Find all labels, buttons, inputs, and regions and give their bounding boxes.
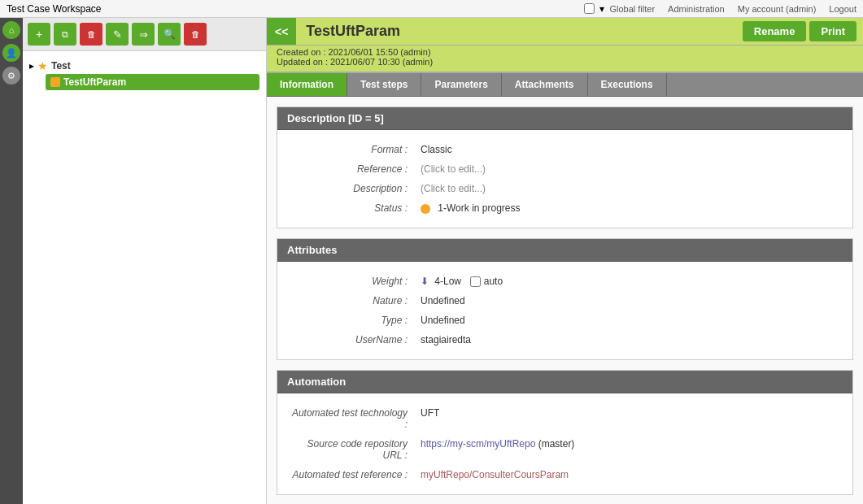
print-button[interactable]: Print	[809, 21, 856, 41]
updated-info: Updated on : 2021/06/07 10:30 (admin)	[277, 57, 853, 67]
nature-label: Nature :	[290, 295, 421, 306]
field-row-repo-url: Source code repository URL : https://my-…	[290, 434, 839, 465]
tree-folder-label: Test	[51, 60, 71, 72]
created-info: Created on : 2021/06/01 15:50 (admin)	[277, 47, 853, 57]
test-ref-label: Automated test reference :	[290, 469, 421, 480]
meta-info: Created on : 2021/06/01 15:50 (admin) Up…	[267, 46, 863, 73]
weight-text: 4-Low	[434, 276, 461, 287]
sidebar-icon-user[interactable]: 👤	[2, 44, 20, 62]
automation-section-header: Automation	[277, 371, 852, 393]
tree-search-button[interactable]: 🔍	[158, 23, 181, 46]
app-title: Test Case Workspace	[7, 3, 102, 15]
field-row-nature: Nature : Undefined	[290, 291, 839, 311]
weight-label: Weight :	[290, 276, 421, 287]
logout-link[interactable]: Logout	[829, 4, 856, 14]
tree-toolbar: + ⧉ 🗑 ✎ ⇒ 🔍 🗑	[23, 18, 266, 51]
tab-attachments[interactable]: Attachments	[502, 73, 588, 96]
topbar: Test Case Workspace ▾ Global filter Admi…	[0, 0, 863, 18]
tree-children: TestUftParam	[29, 74, 259, 90]
my-account-link[interactable]: My account (admin)	[738, 4, 817, 14]
auto-checkbox[interactable]	[470, 276, 481, 287]
sidebar-icon-settings[interactable]: ⚙	[2, 67, 20, 85]
tab-information[interactable]: Information	[267, 73, 347, 96]
tree-move-button[interactable]: ⇒	[132, 23, 155, 46]
field-row-reference: Reference : (Click to edit...)	[290, 159, 839, 179]
attributes-section: Attributes Weight : ⬇ 4-Low auto	[277, 238, 853, 360]
tree-add-button[interactable]: +	[28, 23, 50, 46]
star-icon: ★	[37, 59, 48, 72]
format-label: Format :	[290, 144, 421, 155]
created-value: 2021/06/01 15:50 (admin)	[329, 47, 431, 57]
description-section-header: Description [ID = 5]	[277, 107, 852, 130]
reference-label: Reference :	[290, 163, 421, 175]
header-actions: Rename Print	[736, 18, 863, 45]
tree-copy-button[interactable]: ⧉	[54, 23, 76, 46]
status-value: 1-Work in progress	[421, 202, 839, 214]
description-label: Description :	[290, 183, 421, 194]
weight-icon: ⬇	[421, 276, 429, 287]
field-row-description: Description : (Click to edit...)	[290, 179, 839, 198]
rename-button[interactable]: Rename	[743, 21, 807, 41]
automation-section-content: Automated test technology : UFT Source c…	[277, 393, 852, 494]
tab-executions[interactable]: Executions	[588, 73, 667, 96]
automation-section: Automation Automated test technology : U…	[277, 370, 853, 495]
sidebar-icon-home[interactable]: ⌂	[2, 21, 20, 39]
chevron-down-icon: ▾	[599, 3, 604, 15]
updated-value: 2021/06/07 10:30 (admin)	[330, 57, 433, 67]
test-ref-value: myUftRepo/ConsulterCoursParam	[421, 469, 839, 480]
global-filter-bar: ▾ Global filter	[584, 3, 655, 15]
field-row-test-ref: Automated test reference : myUftRepo/Con…	[290, 465, 839, 484]
nature-value: Undefined	[421, 295, 839, 306]
page-title: TestUftParam	[296, 18, 735, 45]
sidebar-icons: ⌂ 👤 ⚙	[0, 18, 23, 504]
test-ref-link[interactable]: myUftRepo/ConsulterCoursParam	[421, 469, 569, 480]
status-dot-icon	[421, 204, 430, 214]
field-row-type: Type : Undefined	[290, 311, 839, 330]
tabs: Information Test steps Parameters Attach…	[267, 73, 863, 97]
global-filter-link[interactable]: Global filter	[609, 4, 655, 14]
attributes-section-header: Attributes	[277, 239, 852, 262]
tree-folder-test[interactable]: ▸ ★ Test	[29, 58, 259, 74]
tree-content: ▸ ★ Test TestUftParam	[23, 51, 266, 504]
tree-panel: + ⧉ 🗑 ✎ ⇒ 🔍 🗑 ▸ ★ Test TestUftParam	[23, 18, 267, 504]
field-row-tech: Automated test technology : UFT	[290, 403, 839, 434]
tech-label: Automated test technology :	[290, 407, 421, 430]
type-label: Type :	[290, 315, 421, 326]
content-body: Description [ID = 5] Format : Classic Re…	[267, 97, 863, 504]
tree-item-label: TestUftParam	[63, 76, 126, 88]
tab-parameters[interactable]: Parameters	[421, 73, 501, 96]
tree-edit-button[interactable]: ✎	[106, 23, 129, 46]
field-row-format: Format : Classic	[290, 140, 839, 159]
tree-expand-icon: ▸	[29, 60, 34, 72]
tech-value: UFT	[421, 407, 839, 419]
main-content: << TestUftParam Rename Print Created on …	[267, 18, 863, 504]
auto-label: auto	[484, 276, 503, 287]
username-label: UserName :	[290, 334, 421, 345]
status-text: 1-Work in progress	[438, 202, 520, 214]
tab-test-steps[interactable]: Test steps	[347, 73, 421, 96]
type-value: Undefined	[421, 315, 839, 326]
administration-link[interactable]: Administration	[668, 4, 725, 14]
global-filter-checkbox[interactable]	[584, 3, 595, 14]
created-label: Created on :	[277, 47, 326, 57]
username-value: stagiairedta	[421, 334, 839, 345]
field-row-status: Status : 1-Work in progress	[290, 198, 839, 218]
repo-url-label: Source code repository URL :	[290, 438, 421, 461]
weight-value: ⬇ 4-Low auto	[421, 276, 839, 287]
content-header: << TestUftParam Rename Print	[267, 18, 863, 46]
description-section: Description [ID = 5] Format : Classic Re…	[277, 106, 853, 228]
repo-url-link[interactable]: https://my-scm/myUftRepo	[421, 438, 535, 450]
tree-item-icon	[50, 77, 60, 87]
description-value[interactable]: (Click to edit...)	[421, 183, 839, 194]
tree-delete-button[interactable]: 🗑	[80, 23, 102, 46]
field-row-weight: Weight : ⬇ 4-Low auto	[290, 272, 839, 291]
tree-remove-button[interactable]: 🗑	[184, 23, 207, 46]
reference-value[interactable]: (Click to edit...)	[421, 163, 839, 175]
tree-item-testuftparam[interactable]: TestUftParam	[46, 74, 259, 90]
status-label: Status :	[290, 202, 421, 214]
description-section-content: Format : Classic Reference : (Click to e…	[277, 130, 852, 228]
attributes-section-content: Weight : ⬇ 4-Low auto Nature : Undefined	[277, 262, 852, 359]
layout: ⌂ 👤 ⚙ + ⧉ 🗑 ✎ ⇒ 🔍 🗑 ▸ ★ Test TestUftPara…	[0, 18, 863, 504]
field-row-username: UserName : stagiairedta	[290, 330, 839, 350]
back-button[interactable]: <<	[267, 18, 296, 45]
